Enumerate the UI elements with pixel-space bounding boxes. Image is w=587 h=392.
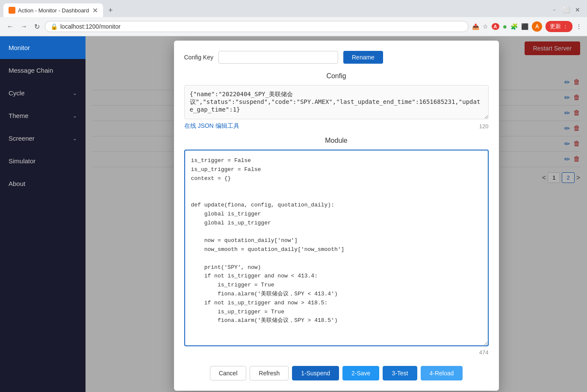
module-char-count: 474	[479, 349, 489, 356]
sidebar: Monitor Message Chain Cycle ⌄ Theme ⌄ Sc…	[0, 36, 86, 392]
config-char-count: 120	[479, 123, 489, 130]
chevron-down-icon: ⌄	[73, 113, 77, 119]
forward-button[interactable]: →	[19, 21, 29, 32]
suspend-button[interactable]: 1-Suspend	[292, 366, 339, 380]
sidebar-item-monitor[interactable]: Monitor	[0, 36, 86, 59]
sidebar-item-about[interactable]: About	[0, 172, 86, 195]
module-textarea[interactable]	[184, 150, 489, 346]
tab-close-button[interactable]: ✕	[89, 6, 98, 15]
lock-icon: 🔒	[50, 23, 58, 30]
cancel-button[interactable]: Cancel	[210, 366, 247, 380]
module-footer: 474	[184, 349, 489, 356]
close-window-button[interactable]: ✕	[575, 6, 580, 14]
cast-icon[interactable]: 📤	[472, 23, 479, 30]
modal-overlay: Config Key Rename Config 在线 JSON 编辑工具 12…	[86, 36, 587, 392]
minimize-button[interactable]: ﹣	[552, 6, 558, 14]
save-button[interactable]: 2-Save	[342, 366, 379, 380]
config-footer: 在线 JSON 编辑工具 120	[184, 122, 489, 130]
user-avatar[interactable]: A	[532, 21, 542, 32]
config-key-label: Config Key	[184, 54, 213, 61]
sidebar-item-label: Screener	[9, 135, 35, 142]
config-textarea[interactable]	[184, 85, 489, 119]
extension-dot-icon: ●	[503, 22, 507, 31]
tab-favicon	[9, 7, 15, 14]
url-input[interactable]: 🔒 localhost:1200/monitor	[45, 21, 469, 32]
sidebar-item-label: Cycle	[9, 89, 25, 97]
tab-bar: Action - Monitor - Dashboard ✕ + ﹣ ⬜ ✕	[0, 0, 587, 17]
test-button[interactable]: 3-Test	[383, 366, 417, 380]
sidebar-item-screener[interactable]: Screener ⌄	[0, 127, 86, 150]
extensions-icon[interactable]: 🧩	[510, 23, 518, 30]
sidebar-item-simulator[interactable]: Simulator	[0, 150, 86, 172]
maximize-button[interactable]: ⬜	[563, 6, 570, 14]
sidebar-item-theme[interactable]: Theme ⌄	[0, 104, 86, 127]
new-tab-button[interactable]: +	[106, 4, 115, 17]
sidebar-item-label: Theme	[9, 112, 29, 119]
modal-dialog: Config Key Rename Config 在线 JSON 编辑工具 12…	[174, 41, 499, 391]
browser-chrome: Action - Monitor - Dashboard ✕ + ﹣ ⬜ ✕ ←…	[0, 0, 587, 36]
reload-button[interactable]: 4-Reload	[421, 366, 463, 380]
address-bar: ← → ↻ 🔒 localhost:1200/monitor 📤 ☆ A ● 🧩…	[0, 17, 587, 36]
sidebar-item-label: About	[9, 180, 25, 187]
rename-button[interactable]: Rename	[343, 51, 383, 64]
sidebar-item-cycle[interactable]: Cycle ⌄	[0, 82, 86, 104]
adblock-icon: A	[492, 23, 499, 30]
config-section-title: Config	[184, 72, 489, 80]
profile-icon[interactable]: ⬛	[521, 23, 528, 30]
tab-title: Action - Monitor - Dashboard	[18, 7, 89, 14]
app-layout: Monitor Message Chain Cycle ⌄ Theme ⌄ Sc…	[0, 36, 587, 392]
sidebar-item-label: Monitor	[9, 44, 30, 51]
chevron-down-icon: ⌄	[73, 136, 77, 141]
menu-button[interactable]: ⋮	[576, 23, 582, 30]
refresh-button[interactable]: Refresh	[250, 366, 289, 380]
sidebar-item-label: Message Chain	[9, 67, 53, 74]
sidebar-item-label: Simulator	[9, 157, 35, 165]
url-text: localhost:1200/monitor	[60, 23, 121, 30]
bookmark-icon[interactable]: ☆	[483, 23, 488, 30]
update-button[interactable]: 更新 ：	[546, 21, 572, 32]
reload-button[interactable]: ↻	[32, 21, 41, 32]
config-key-input[interactable]	[218, 51, 338, 64]
chevron-down-icon: ⌄	[73, 90, 77, 96]
back-button[interactable]: ←	[5, 21, 15, 32]
active-tab[interactable]: Action - Monitor - Dashboard ✕	[3, 3, 103, 17]
config-key-row: Config Key Rename	[184, 51, 489, 64]
modal-actions: Cancel Refresh 1-Suspend 2-Save 3-Test 4…	[184, 363, 489, 380]
tab-controls: ﹣ ⬜ ✕	[552, 6, 584, 14]
json-editor-link[interactable]: 在线 JSON 编辑工具	[184, 122, 239, 130]
main-content: Restart Server 操作 ✏ 🗑 ✏ 🗑 ✏ 🗑 ✏ 🗑 ✏	[86, 36, 587, 392]
browser-actions: 📤 ☆ A ● 🧩 ⬛ A 更新 ： ⋮	[472, 21, 582, 32]
module-section-title: Module	[184, 137, 489, 144]
sidebar-item-message-chain[interactable]: Message Chain	[0, 59, 86, 82]
